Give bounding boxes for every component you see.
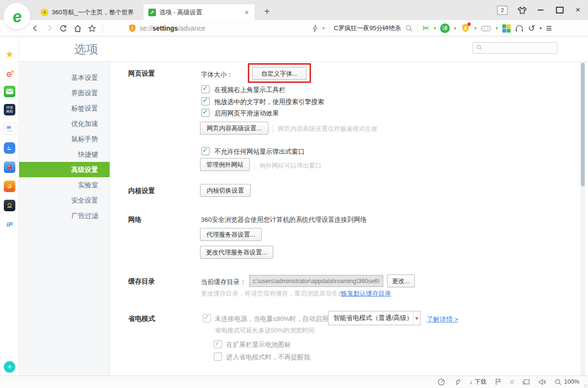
sidebar-item-optimize[interactable]: 优化加速 — [19, 116, 110, 131]
sidebar-item-tabs[interactable]: 标签设置 — [19, 101, 110, 116]
chevron-down-icon[interactable]: ▾ — [454, 26, 456, 31]
block-popup-label[interactable]: 不允许任何网站显示弹出式窗口 — [214, 148, 305, 156]
rocket-icon[interactable] — [454, 378, 461, 386]
drag-search-checkbox[interactable] — [201, 97, 210, 105]
download-icon[interactable]: ↓ 下载 — [469, 378, 487, 386]
headphones-icon[interactable] — [515, 24, 524, 33]
cache-path-field[interactable] — [249, 275, 383, 287]
cache-hint: 更改缓存目录，将清空现有缓存，重启浏览器后生效。 — [201, 289, 350, 298]
powersave-mode-select[interactable]: 智能省电模式（普通/高级） ▼ — [328, 311, 421, 325]
chevron-down-icon[interactable]: ▾ — [433, 26, 436, 31]
chevron-down-icon[interactable]: ▾ — [322, 26, 325, 31]
360nav-favicon-icon: + — [41, 9, 48, 16]
search-icon[interactable] — [405, 24, 413, 32]
main-menu-icon[interactable]: ≡ — [546, 23, 552, 34]
favorites-sidebar: ★ 环球网校 W iP + — [0, 36, 19, 376]
game-controller-icon[interactable] — [481, 24, 491, 32]
address-bar[interactable]: ! se://settings/advance — [128, 20, 205, 36]
block-popup-checkbox[interactable] — [201, 147, 210, 155]
video-toolbar-checkbox[interactable] — [201, 85, 210, 93]
favorite-star-icon[interactable] — [88, 24, 96, 33]
game-app-icon[interactable] — [4, 161, 15, 173]
speaker-icon[interactable] — [538, 378, 546, 386]
tab-settings[interactable]: 选项 - 高级设置 × — [144, 4, 255, 20]
no-remind-checkbox[interactable] — [214, 353, 222, 361]
battery-icon-label: 在扩展栏显示电池图标 — [226, 341, 291, 349]
settings-wrench-icon — [148, 9, 156, 16]
boss-key-window-icon[interactable] — [522, 378, 530, 385]
maximize-button[interactable] — [554, 4, 566, 16]
custom-font-button[interactable]: 自定义字体... — [252, 67, 307, 80]
home-icon[interactable] — [74, 24, 82, 33]
sidebar-item-interface[interactable]: 界面设置 — [19, 85, 110, 101]
weibo-icon[interactable] — [4, 67, 16, 80]
close-window-button[interactable]: × — [572, 4, 584, 16]
zoom-search-icon[interactable]: 100% — [555, 378, 579, 386]
sidebar-item-basic[interactable]: 基本设置 — [19, 70, 110, 85]
manage-exception-button[interactable]: 管理例外网站 — [200, 158, 250, 171]
screenshot-scissors-icon[interactable]: ✂ — [422, 23, 429, 34]
game-app-icon[interactable] — [4, 181, 15, 192]
game-app-icon[interactable] — [4, 200, 15, 211]
sidebar-item-mouse-gesture[interactable]: 鼠标手势 — [19, 131, 110, 147]
webpage-advanced-hint: 网页内容高级设置仅对极速模式生效 — [273, 125, 377, 133]
wallet-shield-icon[interactable]: ¥ — [461, 23, 470, 33]
cache-dir-label: 当前缓存目录： — [201, 278, 246, 286]
powersave-auto-checkbox[interactable] — [203, 314, 211, 322]
tab-close-icon[interactable]: × — [244, 8, 250, 16]
sidebar-item-security[interactable]: 安全设置 — [19, 193, 110, 208]
flag-icon[interactable] — [495, 378, 502, 386]
sidebar-item-shortcut[interactable]: 快捷键 — [19, 147, 110, 162]
video-toolbar-label[interactable]: 在视频右上角显示工具栏 — [214, 86, 286, 94]
add-favorite-icon[interactable]: + — [4, 361, 15, 373]
new-tab-button[interactable]: + — [261, 6, 273, 17]
no-remind-label: 进入省电模式时，不再提醒我 — [226, 353, 311, 362]
ip-app-icon[interactable]: iP — [4, 218, 15, 230]
minimize-button[interactable] — [534, 4, 547, 16]
zoom-level[interactable]: 100% — [564, 378, 579, 385]
site-security-shield-icon[interactable]: ! — [128, 24, 136, 33]
kernel-switch-button[interactable]: 内核切换设置 — [200, 184, 251, 197]
sidebar-item-advanced[interactable]: 高级设置 — [19, 162, 110, 177]
drag-search-label[interactable]: 拖放选中的文字时，使用搜索引擎搜索 — [214, 98, 324, 106]
settings-search-box[interactable] — [472, 42, 557, 54]
hqwx-site-icon[interactable]: 环球网校 — [4, 104, 15, 115]
sidebar-item-lab[interactable]: 实验室 — [19, 177, 110, 193]
search-input[interactable] — [485, 44, 554, 52]
sidebar-item-adblock[interactable]: 广告过滤 — [19, 208, 110, 223]
chevron-down-icon[interactable]: ▾ — [475, 26, 477, 31]
status-icon-group: ↓ 下载 e 100% — [437, 376, 579, 388]
word-document-icon[interactable]: W — [4, 123, 16, 135]
chevron-down-icon[interactable]: ▾ — [496, 26, 498, 31]
back-icon[interactable] — [32, 24, 39, 32]
forward-icon[interactable] — [45, 24, 53, 32]
translate-icon[interactable]: 译 — [440, 23, 450, 33]
favorites-star-icon[interactable]: ★ — [4, 48, 15, 60]
resize-grip[interactable] — [583, 383, 587, 387]
proxy-settings-button[interactable]: 代理服务器设置... — [200, 228, 262, 241]
mail-icon[interactable] — [4, 86, 15, 97]
ie-mode-icon[interactable]: e — [510, 377, 514, 386]
chevron-down-icon[interactable]: ▾ — [540, 26, 542, 31]
reload-icon[interactable] — [59, 24, 67, 33]
quick-access-lightning-icon[interactable] — [312, 24, 318, 33]
smooth-scroll-label[interactable]: 启用网页平滑滚动效果 — [214, 109, 279, 118]
change-proxy-button[interactable]: 更改代理服务器设置... — [200, 246, 273, 259]
scrollbar-thumb[interactable] — [581, 63, 585, 186]
webpage-advanced-button[interactable]: 网页内容高级设置... — [200, 122, 268, 135]
smooth-scroll-checkbox[interactable] — [201, 109, 210, 117]
undo-icon[interactable]: ↺ — [528, 23, 535, 34]
url-text[interactable]: se://settings/advance — [140, 24, 205, 32]
search-suggestion-text[interactable]: C罗疯狂一夜95分钟绝杀 — [334, 24, 401, 33]
change-cache-button[interactable]: 更改... — [387, 274, 415, 287]
login-count-badge[interactable]: 2 — [497, 6, 508, 15]
speed-test-icon[interactable] — [437, 378, 445, 386]
skin-shirt-icon[interactable] — [516, 4, 528, 16]
powersave-learn-more-link[interactable]: 了解详情 > — [427, 315, 458, 324]
whale-app-icon[interactable] — [4, 142, 15, 154]
battery-icon-checkbox[interactable] — [214, 340, 222, 348]
restore-default-cache-link[interactable]: 恢复默认缓存目录 — [341, 289, 391, 298]
app-grid-icon[interactable] — [502, 24, 510, 33]
browser-logo[interactable]: e — [3, 3, 30, 30]
tab-360-nav[interactable]: + 360导航_一个主页，整个世界 — [36, 4, 142, 20]
